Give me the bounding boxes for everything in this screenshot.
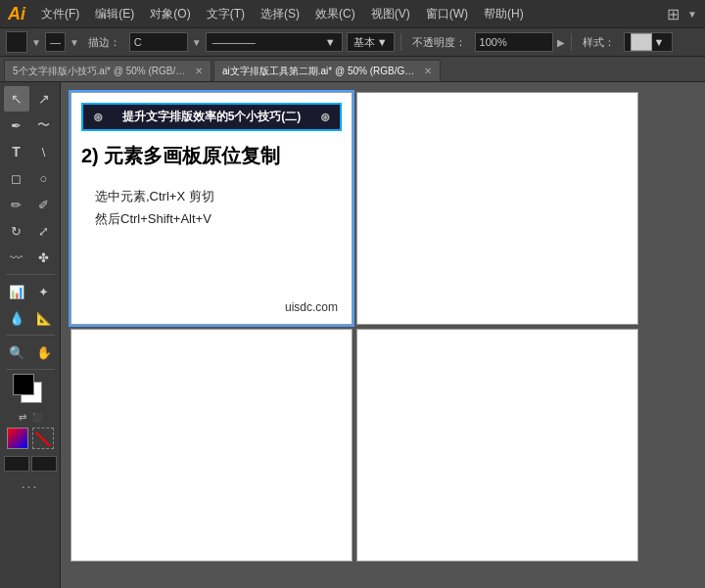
chart-tool[interactable]: 📊 [4,279,29,304]
artboard-2[interactable] [356,92,638,325]
puppet-warp-icon: ✤ [38,250,49,265]
nav-edit[interactable]: 编辑(E) [91,4,138,24]
stroke-value-input[interactable] [129,32,188,52]
ellipse-tool[interactable]: ○ [31,165,57,191]
profile-selector[interactable]: 基本 ▼ [347,32,395,52]
tool-separator-2 [6,335,55,336]
select-icon: ↖ [11,91,23,107]
style-label: 样式： [578,33,620,52]
hand-tool[interactable]: ✋ [31,339,57,365]
tab-close-1[interactable]: ✕ [195,66,203,76]
pencil-tool[interactable]: ✐ [31,192,57,217]
main-area: ↖ ↗ ✒ 〜 T \ ◻ ○ [0,82,705,588]
artboard-1-content: ⊛ 提升文字排版效率的5个小技巧(二) ⊛ 2) 元素多画板原位复制 选中元素,… [71,93,352,241]
gradient-swatch[interactable] [7,428,28,449]
nav-window[interactable]: 窗口(W) [422,4,472,24]
symbol-icon: ✦ [38,285,49,299]
tool-row-9: 💧 📐 [4,305,57,331]
app-logo: Ai [8,4,25,24]
panel-switcher-icon[interactable]: ⊞ [667,5,680,23]
tab-label-2: ai文字排版工具第二期.ai* @ 50% (RGB/GPU 规范) [222,65,418,78]
warp-tool[interactable]: 〰 [4,245,29,270]
artboard-heading: 2) 元素多画板原位复制 [81,143,342,169]
brush-icon: ✏ [11,198,22,212]
pencil-icon: ✐ [38,198,49,212]
none-swatch[interactable] [32,428,54,449]
nav-view[interactable]: 视图(V) [367,4,414,24]
tool-row-1: ↖ ↗ [4,86,57,112]
view-options-icon[interactable] [4,456,29,472]
toolbox: ↖ ↗ ✒ 〜 T \ ◻ ○ [0,82,61,588]
style-selector[interactable]: ▼ [624,32,673,52]
reset-colors-icon[interactable]: ⬛ [32,413,42,422]
chevron-down-icon4: ▼ [325,36,336,48]
tool-row-4: ◻ ○ [4,165,57,191]
fill-color-swatch[interactable] [6,31,27,53]
select-tool[interactable]: ↖ [4,86,29,112]
tool-row-6: ↻ ⤢ [4,218,57,244]
more-tools[interactable]: ··· [22,478,39,494]
tab-file1[interactable]: 5个文字排版小技巧.ai* @ 50% (RGB/GPU 预览) ✕ [4,60,212,81]
chevron-down-icon6[interactable]: ▶ [557,37,565,48]
color-pair[interactable] [13,374,48,409]
symbol-tool[interactable]: ✦ [31,279,57,304]
chevron-down-icon2[interactable]: ▼ [70,37,79,48]
zoom-tool[interactable]: 🔍 [4,339,29,365]
rect-tool[interactable]: ◻ [4,165,29,191]
rotate-icon: ↻ [11,224,22,239]
measure-tool[interactable]: 📐 [31,305,57,331]
eyedropper-icon: 💧 [9,311,24,326]
zoom-icon: 🔍 [9,345,24,360]
eyedropper-tool[interactable]: 💧 [4,305,29,331]
nav-text[interactable]: 文字(T) [203,4,249,24]
stroke-label: 描边： [83,33,125,52]
stroke-indicator[interactable]: — [45,32,66,52]
line-tool[interactable]: \ [31,139,57,164]
hand-icon: ✋ [36,345,52,360]
pen-tool[interactable]: ✒ [4,113,29,138]
tab-label-1: 5个文字排版小技巧.ai* @ 50% (RGB/GPU 预览) [13,65,189,78]
artboard-1[interactable]: ⊛ 提升文字排版效率的5个小技巧(二) ⊛ 2) 元素多画板原位复制 选中元素,… [70,92,352,325]
swap-colors-icon[interactable]: ⇄ [19,412,26,423]
opacity-input[interactable] [475,32,553,52]
artboard-4[interactable] [356,329,638,562]
scale-tool[interactable]: ⤢ [31,218,57,244]
subtext-line-2: 然后Ctrl+Shift+Alt+V [95,207,342,230]
chevron-down-icon[interactable]: ▼ [31,37,41,48]
measure-icon: 📐 [36,311,52,326]
title-banner-icon-left: ⊛ [93,111,103,124]
rect-icon: ◻ [11,171,22,186]
nav-object[interactable]: 对象(O) [146,4,194,24]
nav-file[interactable]: 文件(F) [37,4,83,24]
direct-select-tool[interactable]: ↗ [31,86,57,112]
opacity-label: 不透明度： [407,33,471,52]
tab-close-2[interactable]: ✕ [424,66,432,76]
nav-effect[interactable]: 效果(C) [311,4,359,24]
brush-tool[interactable]: ✏ [4,192,29,217]
curvature-tool[interactable]: 〜 [31,113,57,138]
ellipse-icon: ○ [40,171,48,186]
screen-mode-icon[interactable] [31,456,57,472]
tool-separator-3 [6,369,55,370]
nav-help[interactable]: 帮助(H) [480,4,528,24]
nav-select[interactable]: 选择(S) [257,4,304,24]
rotate-tool[interactable]: ↻ [4,218,29,244]
tab-file2[interactable]: ai文字排版工具第二期.ai* @ 50% (RGB/GPU 规范) ✕ [213,60,441,81]
text-icon: T [12,144,21,159]
artboard-3[interactable] [70,329,352,562]
text-tool[interactable]: T [4,139,29,164]
foreground-color-swatch[interactable] [13,374,34,395]
canvas-area[interactable]: ⊛ 提升文字排版效率的5个小技巧(二) ⊛ 2) 元素多画板原位复制 选中元素,… [61,82,705,588]
puppet-warp-tool[interactable]: ✤ [31,245,57,270]
stroke-style-selector[interactable]: ———— ▼ [206,32,343,52]
tool-row-zoom: 🔍 ✋ [4,339,57,365]
direct-select-icon: ↗ [38,91,50,107]
scale-icon: ⤢ [38,224,49,239]
artboard-footer: uisdc.com [285,300,338,314]
tool-row-7: 〰 ✤ [4,245,57,270]
chevron-down-icon3[interactable]: ▼ [192,37,202,48]
artboard-grid: ⊛ 提升文字排版效率的5个小技巧(二) ⊛ 2) 元素多画板原位复制 选中元素,… [70,92,638,562]
tabs-bar: 5个文字排版小技巧.ai* @ 50% (RGB/GPU 预览) ✕ ai文字排… [0,57,705,82]
tool-separator-1 [6,274,55,275]
control-toolbar: ▼ — ▼ 描边： ▼ ———— ▼ 基本 ▼ 不透明度： ▶ 样式： ▼ [0,27,705,57]
